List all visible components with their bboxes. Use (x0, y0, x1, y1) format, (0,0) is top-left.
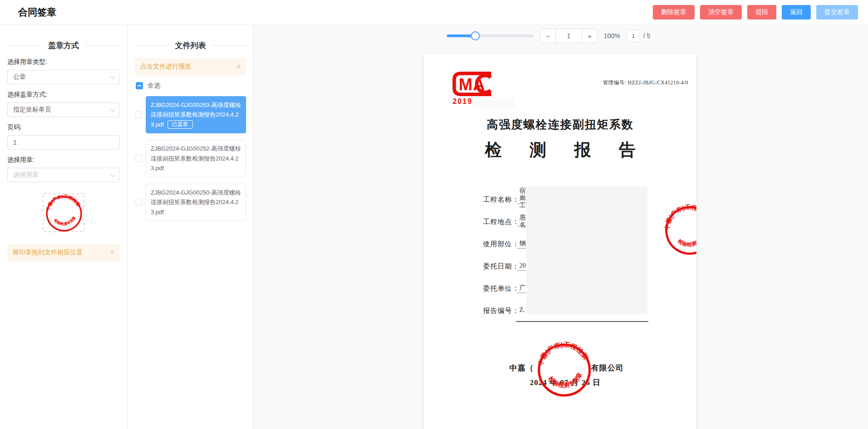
select-all-checkbox[interactable] (136, 82, 143, 89)
close-icon[interactable]: × (233, 63, 241, 71)
pdf-page[interactable]: MA 2019 管理编号: HZZJ-JBJG-CX41210-4/0 高强度螺… (424, 54, 696, 429)
pdf-toolbar: − + 100% / 5 (447, 28, 650, 44)
divider-line (85, 45, 120, 46)
document-title-line2: 检 测 报 告 (424, 139, 696, 161)
file-name: ZJBG2024-GJG00252-高强度螺栓连接副扭矩系数检测报告2024.4… (151, 145, 241, 171)
svg-text:MA: MA (459, 75, 486, 94)
seal-select[interactable]: 选择用章 (7, 168, 120, 182)
file-panel-title: 文件列表 (175, 40, 206, 51)
seal-redaction (671, 217, 696, 243)
file-name: ZJBG2024-GJG00253-高强度螺栓连接副扭矩系数检测报告2024.4… (151, 102, 241, 128)
seal-select-label: 选择用章: (7, 156, 120, 164)
submit-signature-button[interactable]: 提交签章 (816, 5, 858, 20)
zoom-slider-thumb[interactable] (471, 31, 480, 40)
file-checkbox[interactable] (135, 155, 142, 162)
page-decrement-button[interactable]: − (541, 29, 555, 43)
company-seal-image: 中嘉(广东)工程检测 检验检测专用章 (42, 192, 86, 235)
stamp-panel-title: 盖章方式 (48, 40, 79, 51)
select-all-label: 全选 (148, 82, 160, 90)
field-value-fragment: 宿 廊 工 (519, 187, 526, 209)
field-value-fragment: 广 (519, 284, 526, 292)
file-item[interactable]: ZJBG2024-GJG00250-高强度螺栓连接副扭矩系数检测报告2024.4… (146, 184, 246, 221)
page-increment-button[interactable]: + (582, 29, 597, 43)
file-list-panel: 文件列表 点击文件进行预览 × 全选 ZJBG2024-GJG00253-高强度… (128, 25, 254, 429)
page-header: 合同签章 删除签章 清空签章 驳回 返回 提交签章 (0, 0, 868, 25)
chevron-down-icon (110, 107, 115, 112)
total-pages-label: / 5 (643, 32, 651, 39)
field-label: 工程名称： (483, 195, 519, 204)
close-icon[interactable]: × (107, 249, 114, 257)
stamp-panel-header: 盖章方式 (7, 40, 120, 51)
preview-hint-text: 点击文件进行预览 (140, 63, 191, 71)
header-actions: 删除签章 清空签章 驳回 返回 提交签章 (653, 5, 858, 20)
field-value-fragment: 钢 (519, 240, 526, 247)
company-name-suffix: 有限公司 (591, 363, 624, 373)
chevron-down-icon (110, 172, 115, 177)
draggable-seal-preview[interactable]: 中嘉(广东)工程检测 检验检测专用章 (43, 193, 84, 232)
seal-type-value: 公章 (13, 73, 26, 81)
file-item[interactable]: ZJBG2024-GJG00252-高强度螺栓连接副扭矩系数检测报告2024.4… (146, 140, 246, 177)
divider-line (7, 45, 42, 46)
page-stepper: − + (540, 29, 597, 43)
file-checkbox[interactable] (135, 199, 142, 206)
company-name-prefix: 中嘉（ (509, 363, 534, 373)
main-layout: 盖章方式 选择用章类型: 公章 选择盖章方式: 指定坐标单页 页码: 选择用章:… (0, 25, 868, 429)
stamp-method-panel: 盖章方式 选择用章类型: 公章 选择盖章方式: 指定坐标单页 页码: 选择用章:… (0, 25, 128, 429)
page-stepper-input[interactable] (555, 29, 582, 43)
field-label: 委托单位： (483, 284, 519, 293)
divider-line (212, 45, 247, 46)
stamp-method-select[interactable]: 指定坐标单页 (7, 102, 120, 117)
pdf-preview-area: − + 100% / 5 MA 2019 管理编号: HZZJ (254, 25, 868, 429)
page-title: 合同签章 (18, 6, 56, 19)
file-row: ZJBG2024-GJG00250-高强度螺栓连接副扭矩系数检测报告2024.4… (135, 184, 246, 221)
page-number-input[interactable] (7, 135, 120, 150)
field-label: 委托日期： (483, 262, 519, 271)
page-indicator: / 5 (626, 30, 651, 42)
company-seal-stamp: 中嘉(广东)工程检测 检验检测专用章 (657, 198, 696, 263)
divider-line (135, 45, 169, 46)
file-panel-header: 文件列表 (135, 40, 246, 51)
management-number: 管理编号: HZZJ-JBJG-CX41210-4/0 (603, 79, 688, 86)
contract-signing-app: 合同签章 删除签章 清空签章 驳回 返回 提交签章 盖章方式 选择用章类型: 公… (0, 0, 868, 429)
seal-type-select[interactable]: 公章 (7, 70, 120, 84)
field-value-fragment: Z. (519, 307, 525, 314)
preview-hint-alert: 点击文件进行预览 × (135, 58, 246, 75)
field-label: 工程地点： (483, 218, 519, 226)
stamped-badge: 已盖章 (168, 120, 193, 129)
delete-signature-button[interactable]: 删除签章 (653, 5, 695, 20)
select-all-row: 全选 (136, 82, 246, 90)
zoom-level-value: 100% (604, 32, 620, 39)
back-button[interactable]: 返回 (782, 5, 811, 20)
zoom-slider[interactable] (447, 34, 534, 37)
stamp-method-label: 选择盖章方式: (7, 91, 120, 99)
redaction-box (473, 97, 515, 109)
field-label: 使用部位： (483, 240, 519, 249)
file-name: ZJBG2024-GJG00250-高强度螺栓连接副扭矩系数检测报告2024.4… (151, 189, 241, 215)
redaction-box (526, 186, 647, 314)
file-item-selected[interactable]: ZJBG2024-GJG00253-高强度螺栓连接副扭矩系数检测报告2024.4… (146, 96, 246, 133)
file-row: ZJBG2024-GJG00252-高强度螺栓连接副扭矩系数检测报告2024.4… (135, 140, 246, 177)
field-label: 报告编号： (483, 307, 519, 315)
reject-button[interactable]: 驳回 (747, 5, 776, 20)
field-value-fragment: 惠 名 (519, 214, 526, 229)
drag-seal-hint-alert: 将印章拖到文件相应位置 × (7, 244, 120, 261)
drag-seal-hint-text: 将印章拖到文件相应位置 (13, 249, 83, 257)
current-page-input[interactable] (626, 30, 640, 42)
page-number-label: 页码: (7, 123, 120, 132)
cma-year: 2019 (453, 98, 473, 106)
file-checkbox[interactable] (135, 111, 142, 118)
stamp-method-value: 指定坐标单页 (13, 106, 51, 114)
chevron-down-icon (110, 74, 115, 79)
seal-type-label: 选择用章类型: (7, 58, 120, 66)
company-seal-stamp: 中嘉(广东)工程检测 检验检测专用章 (533, 338, 596, 402)
file-row: ZJBG2024-GJG00253-高强度螺栓连接副扭矩系数检测报告2024.4… (135, 96, 246, 133)
cma-logo: MA (451, 71, 501, 97)
document-title-line1: 高强度螺栓连接副扭矩系数 (424, 117, 696, 132)
field-underline (516, 321, 648, 322)
field-value-fragment: 20 (519, 262, 526, 269)
seal-select-placeholder: 选择用章 (13, 171, 39, 179)
clear-signature-button[interactable]: 清空签章 (700, 5, 742, 20)
